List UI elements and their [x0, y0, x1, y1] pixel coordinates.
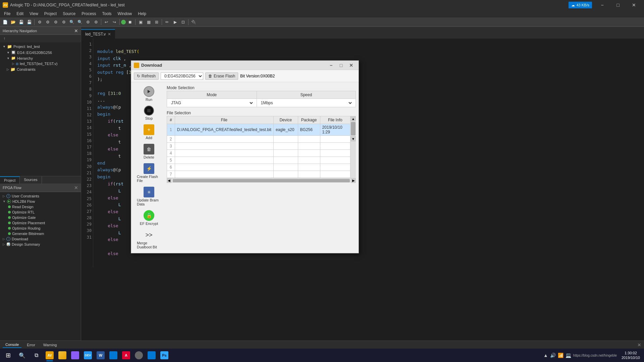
fpga-read-design[interactable]: Read Design — [1, 204, 79, 209]
merge-dualboot-button[interactable]: >> Merge Dualboot Bit — [136, 228, 162, 250]
fpga-optimize-gate[interactable]: Optimize Gate — [1, 215, 79, 220]
taskbar-edge[interactable] — [107, 349, 119, 361]
hscroll-thumb[interactable] — [173, 179, 350, 182]
menu-window[interactable]: Window — [115, 11, 135, 17]
tab-sources[interactable]: Sources — [20, 176, 42, 184]
tree-led-test[interactable]: ▷ ⊞ led_TEST(led_TEST.v) — [1, 61, 79, 66]
taskbar-onenote[interactable] — [69, 349, 81, 361]
menu-process[interactable]: Process — [79, 11, 99, 17]
fpga-optimize-placement[interactable]: Optimize Placement — [1, 220, 79, 226]
task-view-button[interactable]: ⧉ — [30, 349, 43, 361]
toolbar-plugin[interactable]: 🔌 — [190, 18, 197, 26]
hierarchy-toolbar-btn[interactable]: ↑ — [1, 36, 7, 42]
toolbar-save[interactable]: 💾 — [17, 18, 25, 26]
start-button[interactable]: ⊞ — [1, 349, 15, 361]
wifi-icon[interactable]: 📶 — [558, 353, 564, 358]
network-button[interactable]: ☁ 43 KB/s — [569, 2, 592, 8]
toolbar-search2[interactable]: 🔍 — [76, 18, 84, 26]
fpga-design-summary[interactable]: ▷ 📊 Design Summary — [1, 242, 79, 247]
toolbar-btn1[interactable]: ⚙ — [36, 18, 43, 26]
tab-project[interactable]: Project — [0, 176, 20, 184]
hscroll-right-arrow[interactable]: ▶ — [351, 178, 356, 183]
fpga-user-constraints[interactable]: ▷ + User Constraints — [1, 193, 79, 199]
taskbar-mail[interactable] — [146, 349, 158, 361]
console-tab-error[interactable]: Error — [24, 342, 38, 348]
console-tab-warning[interactable]: Warning — [41, 342, 60, 348]
fpga-optimize-rtl[interactable]: Optimize RTL — [1, 209, 79, 215]
modal-close-btn[interactable]: ✕ — [346, 62, 356, 69]
blog-link[interactable]: https://blog.csdn.net/hingeble — [573, 354, 617, 357]
taskbar-ps[interactable]: Ps — [158, 349, 170, 361]
toolbar-edit3[interactable]: ⊡ — [179, 18, 187, 26]
toolbar-save-all[interactable]: 💾 — [25, 18, 33, 26]
stop-button[interactable]: Stop — [136, 104, 162, 122]
toolbar-edit2[interactable]: ▶ — [171, 18, 179, 26]
menu-tools[interactable]: Tools — [100, 11, 114, 17]
fpga-hdl2bit[interactable]: ▼ ▶ HDL2Bit Flow — [1, 199, 79, 204]
toolbar-redo[interactable]: ↪ — [111, 18, 118, 26]
taskbar-clock[interactable]: 1:30:02 2019/10/10 — [619, 351, 643, 360]
volume-icon[interactable]: 🔊 — [550, 353, 556, 358]
toolbar-search[interactable]: 🔍 — [68, 18, 75, 26]
scroll-thumb[interactable] — [351, 122, 356, 135]
toolbar-open[interactable]: 📂 — [9, 18, 17, 26]
toolbar-undo[interactable]: ↩ — [103, 18, 110, 26]
device-select[interactable]: 0:EG4S20BG256 — [161, 72, 203, 80]
taskbar-anlogic[interactable]: AV — [44, 349, 56, 361]
menu-file[interactable]: File — [1, 11, 13, 17]
menu-edit[interactable]: Edit — [14, 11, 26, 17]
tree-constraints[interactable]: ▷ 📁 Constraints — [1, 66, 79, 72]
maximize-button[interactable]: □ — [610, 0, 626, 10]
create-flash-button[interactable]: ⚡ Create Flash File — [136, 162, 162, 184]
menu-help[interactable]: Help — [135, 11, 149, 17]
network-tray-icon[interactable]: ▲ — [543, 353, 548, 358]
close-button[interactable]: ✕ — [626, 0, 641, 10]
speed-select[interactable]: 1Mbps — [260, 100, 353, 106]
console-tab-console[interactable]: Console — [3, 342, 21, 348]
modal-maximize-btn[interactable]: □ — [336, 62, 346, 69]
menu-view[interactable]: View — [27, 11, 41, 17]
toolbar-btn3[interactable]: ⚙ — [52, 18, 59, 26]
tree-hierarchy[interactable]: ▼ 📁 Hierarchy — [1, 55, 79, 61]
taskbar-word[interactable]: W — [95, 349, 107, 361]
taskbar-settings[interactable] — [133, 349, 145, 361]
toolbar-chart[interactable]: ▦ — [145, 18, 152, 26]
fpga-optimize-routing[interactable]: Optimize Routing — [1, 226, 79, 231]
toolbar-stop[interactable]: ⏹ — [126, 18, 134, 26]
hierarchy-close[interactable]: ✕ — [74, 28, 78, 34]
toolbar-grid[interactable]: ⊞ — [153, 18, 160, 26]
toolbar-terminal[interactable]: ▣ — [137, 18, 144, 26]
menu-project[interactable]: Project — [42, 11, 59, 17]
taskbar-devtools[interactable]: DEV — [82, 349, 94, 361]
toolbar-btn4[interactable]: ⚙ — [60, 18, 67, 26]
toolbar-new[interactable]: 📄 — [1, 18, 9, 26]
mode-value-cell[interactable]: JTAG — [167, 99, 257, 107]
toolbar-btn5[interactable]: ⚙ — [84, 18, 92, 26]
battery-icon[interactable]: 💻 — [566, 353, 571, 358]
erase-flash-button[interactable]: 🗑 Erase Flash — [205, 72, 238, 80]
file-table-row-1[interactable]: 1 D:/ANLOGIC_FPGA_CREAT/led/led_test/led… — [167, 124, 351, 136]
modal-minimize-btn[interactable]: − — [326, 62, 336, 69]
console-close[interactable]: ✕ — [637, 342, 641, 348]
mode-select[interactable]: JTAG — [170, 100, 254, 106]
fpga-download[interactable]: ▷ ↓ Download — [1, 236, 79, 242]
minimize-button[interactable]: − — [595, 0, 610, 10]
tree-device[interactable]: ▼ 🔲 EG4::EG4S20BG256 — [1, 50, 79, 55]
ef-encrypt-button[interactable]: 🔒 EF Encrypt — [136, 209, 162, 227]
scroll-down-arrow[interactable]: ▼ — [351, 136, 356, 141]
fpga-close[interactable]: ✕ — [74, 185, 78, 190]
toolbar-btn6[interactable]: ⚙ — [92, 18, 100, 26]
editor-tab-led[interactable]: led_TEST.v ✕ — [81, 29, 115, 39]
run-button[interactable]: Run — [136, 85, 162, 103]
update-bram-button[interactable]: ≡ Update Bram Data — [136, 185, 162, 207]
hscroll-left-arrow[interactable]: ◀ — [167, 178, 171, 183]
delete-button[interactable]: 🗑 Delete — [136, 142, 162, 161]
taskbar-explorer[interactable] — [56, 349, 68, 361]
scroll-up-arrow[interactable]: ▲ — [351, 116, 356, 121]
tree-project[interactable]: ▼ 📁 Project: led_test — [1, 44, 79, 50]
toolbar-edit1[interactable]: ✏ — [163, 18, 171, 26]
toolbar-btn2[interactable]: ⚙ — [44, 18, 51, 26]
editor-tab-close[interactable]: ✕ — [108, 32, 111, 37]
search-button[interactable]: 🔍 — [15, 349, 29, 361]
fpga-generate-bitstream[interactable]: Generate Bitstream — [1, 231, 79, 236]
